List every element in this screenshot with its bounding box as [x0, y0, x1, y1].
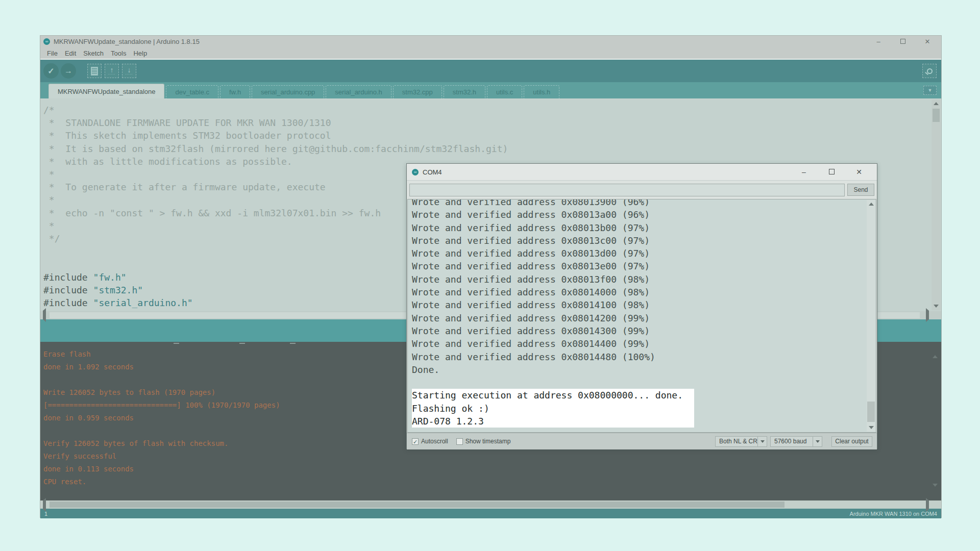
code-token: *	[43, 169, 55, 180]
console-scroll-left-icon[interactable]	[43, 500, 46, 510]
serial-output-text[interactable]: Wrote and verified address 0x08013900 (9…	[412, 199, 866, 428]
serial-line: Wrote and verified address 0x08013d00 (9…	[412, 247, 866, 260]
serial-window-title: COM4	[423, 168, 442, 176]
serial-line: Wrote and verified address 0x08013f00 (9…	[412, 273, 866, 286]
serial-monitor-button[interactable]	[922, 64, 937, 78]
serial-close-button[interactable]: ✕	[855, 168, 863, 176]
arduino-logo-icon: ∞	[43, 38, 50, 45]
code-token: #include	[43, 297, 93, 308]
ide-window-title: MKRWANFWUpdate_standalone | Arduino 1.8.…	[54, 38, 200, 45]
verify-button[interactable]: ✓	[43, 63, 59, 79]
timestamp-label: Show timestamp	[465, 438, 511, 445]
ide-title-bar: ∞ MKRWANFWUpdate_standalone | Arduino 1.…	[40, 36, 941, 47]
scroll-left-icon[interactable]	[43, 311, 46, 320]
new-sketch-button[interactable]	[87, 64, 102, 78]
chevron-down-icon	[813, 437, 822, 446]
serial-line	[412, 376, 866, 389]
code-token: * It is based on stm32flash (mirrored he…	[43, 143, 508, 154]
check-icon: ✓	[47, 66, 54, 76]
code-token: * This sketch implements STM32 bootloade…	[43, 130, 331, 141]
minimize-button[interactable]: –	[875, 38, 882, 45]
menu-bar: FileEditSketchToolsHelp	[40, 47, 941, 60]
serial-title-bar: ∞ COM4 – ✕	[407, 164, 877, 181]
editor-vscroll-thumb[interactable]	[933, 109, 940, 122]
tab-stm32.cpp[interactable]: stm32.cpp	[393, 85, 442, 98]
console-horizontal-scrollbar[interactable]	[40, 500, 941, 509]
dots-decoration: ·····	[126, 73, 133, 75]
serial-scroll-down-icon[interactable]	[867, 423, 875, 432]
code-token: "stm32.h"	[93, 285, 143, 295]
serial-line: ARD-078 1.2.3	[412, 415, 694, 428]
tab-dev_table.c[interactable]: dev_table.c	[166, 85, 218, 98]
menu-item-file[interactable]: File	[43, 48, 61, 59]
serial-bottom-bar: ✓ Autoscroll Show timestamp Both NL & CR…	[407, 433, 877, 449]
upload-button[interactable]: →	[61, 63, 76, 79]
board-port-status: Arduino MKR WAN 1310 on COM4	[850, 511, 937, 517]
scroll-up-icon[interactable]	[932, 99, 941, 108]
serial-send-row: Send	[407, 181, 877, 199]
serial-line: Wrote and verified address 0x08013e00 (9…	[412, 260, 866, 272]
tab-serial_arduino.h[interactable]: serial_arduino.h	[326, 85, 391, 98]
code-token: * STANDALONE FIRMWARE UPDATE FOR MKR WAN…	[43, 117, 331, 128]
toolbar: ✓→↑·····↓·····	[40, 60, 941, 82]
status-bar: 1 Arduino MKR WAN 1310 on COM4	[40, 509, 941, 518]
code-token: #include	[43, 285, 93, 295]
dots-decoration: ·····	[108, 73, 116, 75]
tab-serial_arduino.cpp[interactable]: serial_arduino.cpp	[252, 85, 324, 98]
menu-item-help[interactable]: Help	[130, 48, 151, 59]
baud-rate-dropdown[interactable]: 57600 baud	[770, 436, 822, 447]
close-button[interactable]: ✕	[924, 38, 931, 45]
code-line: * STANDALONE FIRMWARE UPDATE FOR MKR WAN…	[43, 116, 928, 129]
clear-output-button[interactable]: Clear output	[831, 436, 872, 447]
tab-utils.c[interactable]: utils.c	[487, 85, 522, 98]
tab-stm32.h[interactable]: stm32.h	[444, 85, 485, 98]
timestamp-checkbox-group[interactable]: Show timestamp	[456, 438, 511, 445]
tab-MKRWANFWUpdate_standalone[interactable]: MKRWANFWUpdate_standalone	[48, 84, 164, 98]
console-scroll-down-icon[interactable]	[933, 485, 938, 497]
menu-item-tools[interactable]: Tools	[107, 48, 130, 59]
code-token: /*	[43, 105, 55, 115]
scroll-down-icon[interactable]	[932, 302, 941, 310]
send-button[interactable]: Send	[847, 184, 874, 196]
console-scroll-up-icon[interactable]	[933, 345, 938, 358]
serial-vscroll-thumb[interactable]	[867, 402, 875, 422]
open-button[interactable]: ↑·····	[105, 64, 119, 78]
console-hscroll-thumb[interactable]	[50, 502, 785, 508]
serial-scroll-up-icon[interactable]	[867, 200, 875, 208]
serial-line: Done.	[412, 363, 866, 376]
autoscroll-checkbox[interactable]: ✓	[412, 438, 419, 445]
console-scroll-right-icon[interactable]	[926, 500, 929, 510]
console-line: CPU reset.	[43, 475, 926, 488]
line-ending-dropdown[interactable]: Both NL & CR	[715, 436, 767, 447]
maximize-button[interactable]	[900, 39, 905, 44]
scroll-right-icon[interactable]	[926, 311, 929, 320]
code-token: "serial_arduino.h"	[93, 297, 193, 308]
editor-vertical-scrollbar[interactable]	[932, 99, 941, 310]
magnifier-icon	[927, 68, 933, 74]
right-arrow-icon: →	[64, 66, 72, 76]
serial-line: Wrote and verified address 0x08013a00 (9…	[412, 208, 866, 221]
autoscroll-label: Autoscroll	[421, 438, 448, 445]
serial-line: Wrote and verified address 0x08013900 (9…	[412, 199, 866, 208]
tab-overflow-dropdown-button[interactable]: ▼	[923, 86, 937, 95]
serial-line: Wrote and verified address 0x08014300 (9…	[412, 324, 866, 337]
tab-utils.h[interactable]: utils.h	[524, 85, 559, 98]
menu-item-edit[interactable]: Edit	[61, 48, 80, 59]
code-token: #include	[43, 272, 93, 283]
code-token: * echo -n "const " > fw.h && xxd -i mlm3…	[43, 208, 381, 218]
timestamp-checkbox[interactable]	[456, 438, 463, 445]
serial-line: Wrote and verified address 0x08014100 (9…	[412, 298, 866, 311]
autoscroll-checkbox-group[interactable]: ✓ Autoscroll	[412, 438, 448, 445]
tab-fw.h[interactable]: fw.h	[220, 85, 250, 98]
arduino-logo-icon: ∞	[412, 169, 419, 176]
code-line: /*	[43, 104, 928, 116]
serial-output-area[interactable]: Wrote and verified address 0x08013900 (9…	[407, 199, 876, 433]
save-button[interactable]: ↓·····	[122, 64, 136, 78]
serial-minimize-button[interactable]: –	[800, 168, 807, 176]
serial-message-input[interactable]	[409, 184, 845, 196]
menu-item-sketch[interactable]: Sketch	[80, 48, 107, 59]
serial-maximize-button[interactable]	[829, 169, 835, 174]
serial-vertical-scrollbar[interactable]	[867, 200, 875, 432]
serial-line: Wrote and verified address 0x08014400 (9…	[412, 337, 866, 350]
serial-monitor-window: ∞ COM4 – ✕ Send Wrote and verified addre…	[406, 163, 877, 449]
